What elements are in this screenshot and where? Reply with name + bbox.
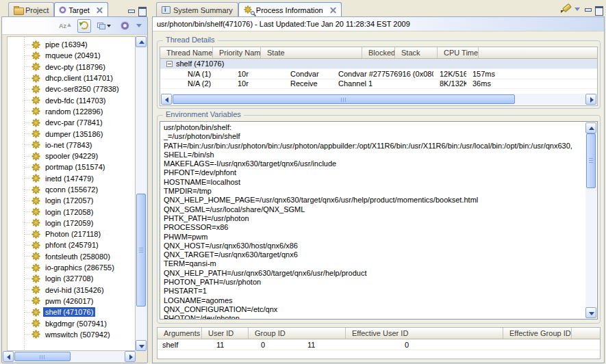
tree-item[interactable]: phfont (245791) — [8, 239, 135, 250]
column-header[interactable]: Effective Group ID — [503, 328, 572, 339]
scroll-right-icon[interactable] — [585, 94, 596, 105]
view-menu-chevron-icon[interactable] — [575, 8, 580, 11]
thread-table-header[interactable]: Thread Name (ID)Priority NameStateBlocke… — [160, 47, 597, 59]
view-menu-chevron-icon[interactable] — [136, 24, 142, 27]
column-header[interactable]: Effective User ID — [346, 328, 503, 339]
effective-group-id-cell: 0 — [400, 341, 557, 349]
close-icon[interactable] — [97, 7, 103, 13]
env-line: TERM=qansi-m — [164, 259, 585, 268]
scroll-thumb[interactable] — [586, 133, 596, 188]
gear-icon — [31, 241, 40, 250]
tree-item[interactable]: dumper (135186) — [8, 128, 135, 139]
target-toolbar: Az — [2, 17, 147, 35]
column-header[interactable]: Priority Name — [213, 47, 261, 58]
tree-item[interactable]: devb-fdc (114703) — [8, 94, 135, 105]
highlight-pen-icon[interactable] — [561, 5, 570, 14]
thread-horizontal-scrollbar[interactable] — [161, 94, 596, 105]
scroll-down-icon[interactable] — [136, 340, 147, 351]
collapse-minus-icon[interactable] — [166, 61, 173, 67]
maximize-icon[interactable] — [595, 6, 602, 13]
column-header[interactable]: User ID — [202, 328, 249, 339]
gear-icon — [31, 330, 40, 339]
tree-item[interactable]: pipe (16394) — [8, 39, 135, 50]
tree-item[interactable]: login (172059) — [8, 218, 135, 229]
scroll-left-icon[interactable] — [3, 351, 14, 362]
scroll-thumb[interactable] — [136, 194, 146, 307]
tree-item[interactable]: devi-hid (315426) — [8, 285, 135, 296]
column-header[interactable]: Arguments — [157, 328, 202, 339]
minimize-icon[interactable] — [584, 6, 591, 12]
tree-item[interactable]: mqueue (20491) — [8, 50, 135, 61]
process-table-row[interactable]: shelf 11 0 11 0 — [157, 339, 600, 350]
tree-item[interactable]: login (172058) — [8, 206, 135, 217]
tree-item[interactable]: bkgdmgr (507941) — [8, 317, 135, 328]
tab-process-information[interactable]: Process Information — [238, 2, 342, 16]
tab-system-summary[interactable]: System Summary — [156, 2, 238, 16]
scroll-left-icon[interactable] — [161, 94, 172, 105]
process-table-header[interactable]: ArgumentsUser IDGroup IDEffective User I… — [157, 328, 600, 339]
process-information-icon — [244, 5, 253, 14]
tree-item[interactable]: Photon (217118) — [8, 229, 135, 239]
tree-item[interactable]: wmswitch (507942) — [8, 329, 135, 340]
thread-group-row[interactable]: shelf (471076) — [160, 59, 597, 69]
target-icon — [60, 7, 66, 13]
process-information-view: System Summary Process Information usr/p… — [152, 1, 605, 363]
tree-item[interactable]: devc-pty (118796) — [8, 62, 135, 73]
tab-target[interactable]: Target — [54, 2, 108, 16]
tree-item[interactable]: dhcp.client (114701) — [8, 73, 135, 83]
thread-blocked-on: Channel 1 — [332, 79, 433, 88]
tree-item[interactable]: devc-par (77841) — [8, 117, 135, 128]
tree-vertical-scrollbar[interactable] — [136, 36, 147, 351]
column-header[interactable]: Thread Name (ID) — [160, 47, 213, 58]
tree-item[interactable]: inetd (147479) — [8, 173, 135, 184]
minimize-icon[interactable] — [127, 8, 134, 14]
scroll-up-icon[interactable] — [136, 36, 147, 47]
tree-item-label: pwm (426017) — [43, 296, 95, 306]
scroll-thumb[interactable] — [173, 94, 515, 104]
column-header[interactable]: Stack — [395, 47, 438, 58]
tree-item[interactable]: random (122896) — [8, 106, 135, 117]
left-window-buttons — [127, 7, 148, 16]
layout-dropdown-button[interactable] — [97, 23, 111, 29]
tree-item[interactable]: login (172057) — [8, 195, 135, 206]
tree-item[interactable]: io-graphics (286755) — [8, 262, 135, 273]
tree-item[interactable]: io-net (77843) — [8, 140, 135, 151]
tree-item-label: portmap (151574) — [43, 162, 107, 172]
refresh-button[interactable] — [77, 19, 91, 33]
tree-connector — [25, 111, 31, 112]
tree-item[interactable]: spooler (94229) — [8, 151, 135, 161]
thread-table[interactable]: Thread Name (ID)Priority NameStateBlocke… — [160, 47, 598, 106]
tree-item[interactable]: fontsleuth (258080) — [8, 251, 135, 262]
sort-az-icon[interactable]: Az — [59, 23, 71, 29]
maximize-icon[interactable] — [138, 7, 145, 14]
tree-item[interactable]: devc-ser8250 (77838) — [8, 83, 135, 94]
scroll-down-icon[interactable] — [585, 307, 596, 318]
tab-project[interactable]: Project — [8, 2, 54, 16]
scroll-right-icon[interactable] — [125, 351, 136, 362]
column-header[interactable]: Group ID — [249, 328, 346, 339]
tree-item[interactable]: login (327708) — [8, 273, 135, 284]
column-header[interactable]: CPU Time — [438, 47, 479, 58]
thread-row[interactable]: N/A (2) 10r Receive Channel 1 8K/132K 36… — [160, 79, 597, 90]
scroll-up-icon[interactable] — [585, 122, 596, 133]
tree-connector — [25, 55, 31, 56]
environment-text-area[interactable]: usr/photon/bin/shelf:_=/usr/photon/bin/s… — [160, 121, 598, 320]
env-line: QNX_SGML=/usr/local/share/QNX_SGML — [164, 205, 585, 214]
tree-item-label: fontsleuth (258080) — [43, 252, 112, 261]
tree-item[interactable]: qconn (155672) — [8, 184, 135, 195]
thread-row[interactable]: N/A (1) 10r Condvar Condvar #277576916 (… — [160, 69, 597, 79]
column-header[interactable]: State — [261, 47, 362, 58]
tree-item[interactable]: pwm (426017) — [8, 296, 135, 307]
target-circle-icon[interactable] — [121, 22, 129, 29]
tree-horizontal-scrollbar[interactable] — [3, 351, 136, 362]
tree-item[interactable]: shelf (471076) — [8, 307, 135, 317]
process-tree[interactable]: pipe (16394) mqueue (20491) devc-pty (11… — [7, 36, 136, 351]
close-icon[interactable] — [330, 7, 336, 13]
environment-vertical-scrollbar[interactable] — [585, 122, 596, 318]
thread-stack: 8K/132K — [433, 79, 466, 88]
process-arguments-table[interactable]: ArgumentsUser IDGroup IDEffective User I… — [157, 327, 601, 359]
column-header[interactable]: Blocked on — [362, 47, 395, 58]
tree-item[interactable]: portmap (151574) — [8, 161, 135, 172]
scroll-thumb[interactable] — [14, 352, 71, 361]
system-summary-icon — [162, 6, 171, 14]
